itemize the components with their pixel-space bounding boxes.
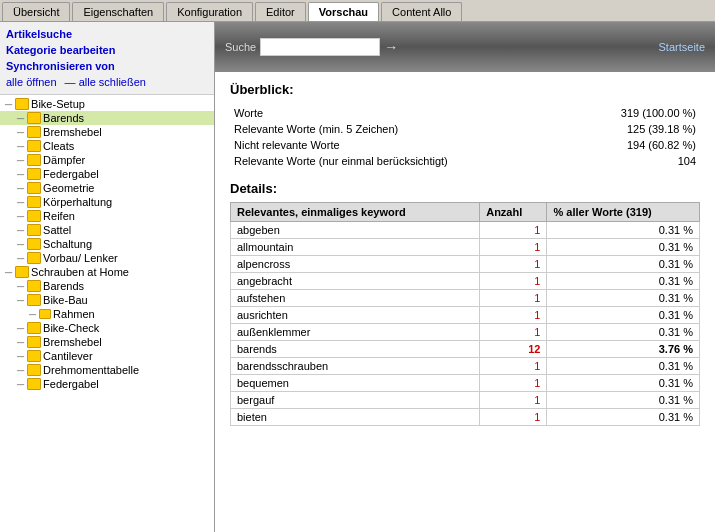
tree-label: Bike-Setup [31, 98, 85, 110]
tree-item[interactable]: ─Federgabel [0, 377, 214, 391]
stats-table: Worte 319 (100.00 %) Relevante Worte (mi… [230, 105, 700, 169]
tree-item[interactable]: ─Barends [0, 279, 214, 293]
stat-label: Worte [230, 105, 555, 121]
startseite-link[interactable]: Startseite [659, 41, 705, 53]
keyword-count: 12 [480, 341, 547, 358]
stat-label: Relevante Worte (nur einmal berücksichti… [230, 153, 555, 169]
tree-item[interactable]: ─Barends [0, 111, 214, 125]
tab-konfiguration[interactable]: Konfiguration [166, 2, 253, 21]
expand-all-link[interactable]: alle öffnen [6, 76, 57, 88]
expand-collapse: alle öffnen — alle schließen [6, 74, 208, 90]
tree-label: Bike-Check [43, 322, 99, 334]
keyword-row: aufstehen 1 0.31 % [231, 290, 700, 307]
overview-title: Überblick: [230, 82, 700, 97]
search-arrow-icon[interactable]: → [384, 39, 398, 55]
keyword-word: allmountain [231, 239, 480, 256]
tree-label: Bremshebel [43, 336, 102, 348]
keyword-count: 1 [480, 290, 547, 307]
search-input[interactable] [260, 38, 380, 56]
keyword-percent: 0.31 % [547, 392, 700, 409]
keyword-word: bergauf [231, 392, 480, 409]
tree-item[interactable]: ─Bremshebel [0, 125, 214, 139]
keyword-word: bequemen [231, 375, 480, 392]
keyword-row: angebracht 1 0.31 % [231, 273, 700, 290]
kategorie-bearbeiten-link[interactable]: Kategorie bearbeiten [6, 42, 208, 58]
tab-editor[interactable]: Editor [255, 2, 306, 21]
tree-connector-icon: ─ [5, 99, 12, 110]
tree-label: Federgabel [43, 378, 99, 390]
tree-item[interactable]: ─Cleats [0, 139, 214, 153]
folder-icon [27, 238, 41, 250]
keyword-percent: 3.76 % [547, 341, 700, 358]
keyword-row: abgeben 1 0.31 % [231, 222, 700, 239]
keyword-word: aufstehen [231, 290, 480, 307]
tree-label: Körperhaltung [43, 196, 112, 208]
tree-item[interactable]: ─Schaltung [0, 237, 214, 251]
keyword-word: alpencross [231, 256, 480, 273]
keyword-row: barends 12 3.76 % [231, 341, 700, 358]
folder-icon [27, 294, 41, 306]
tree-item[interactable]: ─Cantilever [0, 349, 214, 363]
tree-connector-icon: ─ [17, 337, 24, 348]
folder-icon [27, 182, 41, 194]
keyword-row: bequemen 1 0.31 % [231, 375, 700, 392]
tree-connector-icon: ─ [17, 281, 24, 292]
tree-connector-icon: ─ [17, 365, 24, 376]
keyword-count: 1 [480, 324, 547, 341]
stat-row: Nicht relevante Worte 194 (60.82 %) [230, 137, 700, 153]
collapse-all-link[interactable]: — alle schließen [65, 76, 146, 88]
folder-icon [27, 322, 41, 334]
stat-value: 319 (100.00 %) [555, 105, 700, 121]
stat-row: Worte 319 (100.00 %) [230, 105, 700, 121]
artikelsuche-link[interactable]: Artikelsuche [6, 26, 208, 42]
tree-connector-icon: ─ [17, 183, 24, 194]
tree-item[interactable]: ─Dämpfer [0, 153, 214, 167]
tree-item[interactable]: ─Federgabel [0, 167, 214, 181]
tab-eigenschaften[interactable]: Eigenschaften [72, 2, 164, 21]
tree-item[interactable]: ─Rahmen [0, 307, 214, 321]
folder-icon [27, 168, 41, 180]
keyword-table: Relevantes, einmaliges keyword Anzahl % … [230, 202, 700, 426]
tree-item[interactable]: ─Drehmomenttabelle [0, 363, 214, 377]
stat-value: 194 (60.82 %) [555, 137, 700, 153]
keyword-percent: 0.31 % [547, 324, 700, 341]
keyword-count: 1 [480, 392, 547, 409]
tree-connector-icon: ─ [17, 323, 24, 334]
folder-icon [27, 364, 41, 376]
tree-connector-icon: ─ [17, 197, 24, 208]
preview-header: Suche → Startseite [215, 22, 715, 72]
tree-item[interactable]: ─Reifen [0, 209, 214, 223]
tree-item[interactable]: ─Bike-Check [0, 321, 214, 335]
keyword-count: 1 [480, 358, 547, 375]
tab-vorschau[interactable]: Vorschau [308, 2, 379, 21]
keyword-percent: 0.31 % [547, 375, 700, 392]
folder-icon [27, 378, 41, 390]
tree-item[interactable]: ─Bike-Setup [0, 97, 214, 111]
tab-overview[interactable]: Übersicht [2, 2, 70, 21]
keyword-percent: 0.31 % [547, 409, 700, 426]
synchronisieren-link[interactable]: Synchronisieren von [6, 58, 208, 74]
col-percent: % aller Worte (319) [547, 203, 700, 222]
tab-content-allo[interactable]: Content Allo [381, 2, 462, 21]
tree-item[interactable]: ─Sattel [0, 223, 214, 237]
tree-container[interactable]: ─Bike-Setup─Barends─Bremshebel─Cleats─Dä… [0, 95, 214, 532]
tree-item[interactable]: ─Bremshebel [0, 335, 214, 349]
folder-icon [27, 224, 41, 236]
folder-icon [27, 196, 41, 208]
tree-label: Federgabel [43, 168, 99, 180]
keyword-row: alpencross 1 0.31 % [231, 256, 700, 273]
tree-item[interactable]: ─Geometrie [0, 181, 214, 195]
tree-label: Vorbau/ Lenker [43, 252, 118, 264]
folder-icon [15, 266, 29, 278]
keyword-count: 1 [480, 256, 547, 273]
tree-connector-icon: ─ [17, 295, 24, 306]
tree-item[interactable]: ─Bike-Bau [0, 293, 214, 307]
tree-item[interactable]: ─Vorbau/ Lenker [0, 251, 214, 265]
tree-item[interactable]: ─Körperhaltung [0, 195, 214, 209]
tree-item[interactable]: ─Schrauben at Home [0, 265, 214, 279]
keyword-row: ausrichten 1 0.31 % [231, 307, 700, 324]
keyword-row: allmountain 1 0.31 % [231, 239, 700, 256]
tree-connector-icon: ─ [17, 169, 24, 180]
left-panel: Artikelsuche Kategorie bearbeiten Synchr… [0, 22, 215, 532]
keyword-count: 1 [480, 409, 547, 426]
